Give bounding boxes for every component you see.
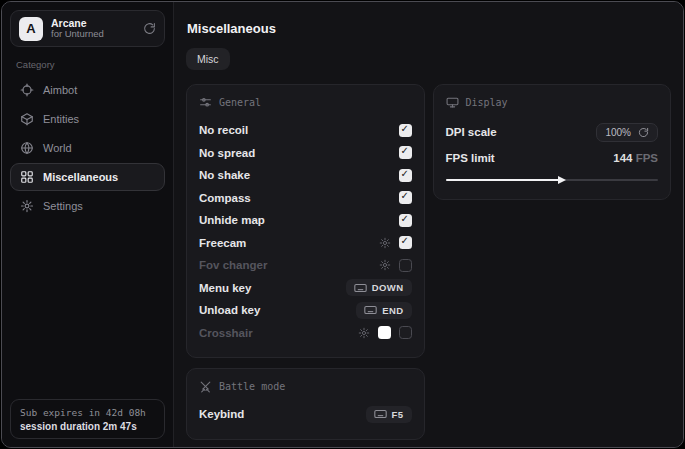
- unload-key-binding[interactable]: END: [356, 302, 411, 319]
- setting-row-dpi-scale: DPI scale 100%: [446, 119, 659, 145]
- app-names: Arcane for Unturned: [51, 17, 135, 40]
- sidebar-item-label: Entities: [43, 113, 79, 125]
- setting-label: Unload key: [199, 304, 260, 316]
- session-duration-text: session duration 2m 47s: [20, 421, 155, 432]
- main-content: Miscellaneous Misc General No rec: [174, 2, 683, 447]
- fps-number: 144: [613, 152, 632, 164]
- freecam-checkbox[interactable]: [399, 236, 412, 249]
- no-shake-checkbox[interactable]: [399, 169, 412, 182]
- cube-icon: [20, 112, 34, 126]
- no-spread-checkbox[interactable]: [399, 146, 412, 159]
- page-title: Miscellaneous: [187, 21, 671, 36]
- general-card-title: General: [219, 97, 261, 108]
- keyboard-icon: [364, 305, 377, 315]
- layout-grid-icon: [20, 170, 34, 184]
- general-card: General No recoil No spread No shake: [186, 84, 425, 358]
- sync-icon[interactable]: [143, 22, 156, 35]
- sidebar-item-settings[interactable]: Settings: [10, 192, 165, 220]
- display-card: Display DPI scale 100% FPS limit 144 FPS: [433, 84, 672, 200]
- crosshair-checkbox[interactable]: [399, 326, 412, 339]
- keyboard-icon: [374, 409, 387, 419]
- setting-row-no-shake: No shake: [199, 164, 412, 187]
- crosshair-gear-icon[interactable]: [358, 327, 370, 339]
- sidebar-item-label: World: [43, 142, 72, 154]
- fps-unit: FPS: [636, 152, 658, 164]
- unhide-map-checkbox[interactable]: [399, 214, 412, 227]
- monitor-icon: [446, 96, 459, 109]
- setting-label: No recoil: [199, 124, 248, 136]
- gear-icon: [20, 199, 34, 213]
- setting-row-crosshair: Crosshair: [199, 322, 412, 345]
- setting-label: Freecam: [199, 237, 246, 249]
- setting-label: DPI scale: [446, 126, 497, 138]
- dpi-scale-value: 100%: [605, 127, 631, 138]
- sidebar-item-aimbot[interactable]: Aimbot: [10, 76, 165, 104]
- setting-row-no-recoil: No recoil: [199, 119, 412, 142]
- keyboard-icon: [354, 283, 367, 293]
- key-label: END: [382, 305, 403, 316]
- setting-label: Unhide map: [199, 214, 265, 226]
- setting-label: Fov changer: [199, 259, 267, 271]
- compass-checkbox[interactable]: [399, 191, 412, 204]
- sliders-icon: [199, 96, 212, 109]
- setting-row-no-spread: No spread: [199, 142, 412, 165]
- battle-keybind-binding[interactable]: F5: [366, 406, 412, 423]
- sidebar-item-label: Aimbot: [43, 84, 77, 96]
- fov-changer-checkbox[interactable]: [399, 259, 412, 272]
- crosshair-color-swatch[interactable]: [378, 326, 391, 339]
- app-subtitle: for Unturned: [51, 29, 135, 40]
- sidebar: A Arcane for Unturned Category Aimbot: [2, 2, 174, 447]
- display-card-header: Display: [446, 96, 659, 109]
- sidebar-nav: Aimbot Entities World Miscellaneous: [10, 76, 165, 220]
- display-card-title: Display: [466, 97, 508, 108]
- sidebar-item-entities[interactable]: Entities: [10, 105, 165, 133]
- battle-mode-card: Battle mode Keybind F5: [186, 368, 425, 440]
- crosshair-icon: [20, 83, 34, 97]
- reset-icon[interactable]: [638, 127, 649, 138]
- sidebar-item-world[interactable]: World: [10, 134, 165, 162]
- menu-key-binding[interactable]: DOWN: [346, 279, 412, 296]
- subscription-card: Sub expires in 42d 08h session duration …: [10, 399, 165, 439]
- freecam-gear-icon[interactable]: [379, 237, 391, 249]
- sidebar-item-label: Miscellaneous: [43, 171, 118, 183]
- setting-row-fov-changer: Fov changer: [199, 254, 412, 277]
- no-recoil-checkbox[interactable]: [399, 124, 412, 137]
- key-label: F5: [392, 409, 404, 420]
- fov-changer-gear-icon[interactable]: [379, 259, 391, 271]
- category-label: Category: [16, 59, 159, 70]
- tab-misc[interactable]: Misc: [186, 48, 230, 70]
- setting-label: Menu key: [199, 282, 251, 294]
- app-header-card: A Arcane for Unturned: [10, 10, 165, 47]
- sidebar-item-label: Settings: [43, 200, 83, 212]
- general-card-header: General: [199, 96, 412, 109]
- app-window: A Arcane for Unturned Category Aimbot: [1, 1, 684, 448]
- key-label: DOWN: [372, 282, 404, 293]
- fps-limit-slider[interactable]: [446, 174, 659, 186]
- setting-row-unhide-map: Unhide map: [199, 209, 412, 232]
- tab-bar: Misc: [186, 48, 671, 70]
- battle-mode-card-title: Battle mode: [219, 381, 285, 392]
- setting-row-fps-limit: FPS limit 144 FPS: [446, 145, 659, 171]
- setting-label: Crosshair: [199, 327, 253, 339]
- fps-limit-value: 144 FPS: [613, 152, 658, 164]
- battle-mode-card-header: Battle mode: [199, 380, 412, 393]
- setting-row-menu-key: Menu key DOWN: [199, 277, 412, 300]
- avatar: A: [19, 17, 43, 41]
- setting-label: No shake: [199, 169, 250, 181]
- sub-expires-text: Sub expires in 42d 08h: [20, 407, 155, 418]
- swords-icon: [199, 380, 212, 393]
- slider-fill: [446, 179, 563, 181]
- setting-label: Keybind: [199, 408, 244, 420]
- globe-icon: [20, 141, 34, 155]
- setting-row-freecam: Freecam: [199, 232, 412, 255]
- dpi-scale-stepper[interactable]: 100%: [596, 123, 658, 142]
- slider-thumb[interactable]: [558, 176, 566, 184]
- setting-row-compass: Compass: [199, 187, 412, 210]
- sidebar-item-miscellaneous[interactable]: Miscellaneous: [10, 163, 165, 191]
- setting-label: FPS limit: [446, 152, 495, 164]
- setting-row-keybind: Keybind F5: [199, 403, 412, 426]
- setting-label: Compass: [199, 192, 251, 204]
- setting-label: No spread: [199, 147, 255, 159]
- setting-row-unload-key: Unload key END: [199, 299, 412, 322]
